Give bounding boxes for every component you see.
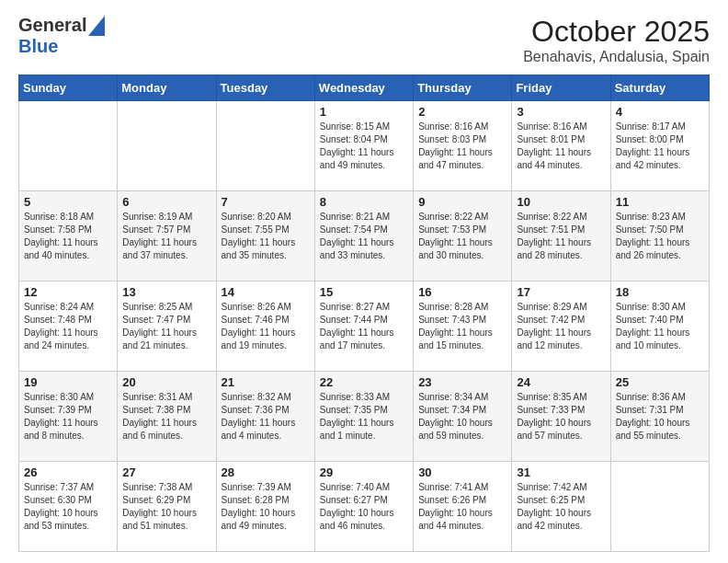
table-row: 24Sunrise: 8:35 AM Sunset: 7:33 PM Dayli… — [512, 372, 610, 462]
day-number: 1 — [320, 105, 408, 119]
day-number: 25 — [616, 375, 704, 389]
day-number: 28 — [222, 465, 310, 479]
day-info: Sunrise: 8:22 AM Sunset: 7:51 PM Dayligh… — [517, 211, 605, 262]
logo: General Blue — [18, 15, 105, 57]
calendar-week-row: 12Sunrise: 8:24 AM Sunset: 7:48 PM Dayli… — [19, 282, 710, 372]
day-info: Sunrise: 8:25 AM Sunset: 7:47 PM Dayligh… — [122, 301, 210, 352]
col-saturday: Saturday — [610, 75, 709, 101]
table-row: 30Sunrise: 7:41 AM Sunset: 6:26 PM Dayli… — [414, 462, 512, 552]
day-info: Sunrise: 8:18 AM Sunset: 7:58 PM Dayligh… — [24, 211, 112, 262]
table-row: 31Sunrise: 7:42 AM Sunset: 6:25 PM Dayli… — [512, 462, 610, 552]
table-row: 2Sunrise: 8:16 AM Sunset: 8:03 PM Daylig… — [414, 101, 512, 191]
day-number: 2 — [418, 105, 506, 119]
title-section: October 2025 Benahavis, Andalusia, Spain — [523, 15, 710, 65]
calendar-title: October 2025 — [523, 15, 710, 49]
day-number: 13 — [122, 285, 210, 299]
table-row: 19Sunrise: 8:30 AM Sunset: 7:39 PM Dayli… — [19, 372, 118, 462]
day-number: 22 — [320, 375, 408, 389]
day-number: 11 — [616, 195, 704, 209]
table-row — [610, 462, 709, 552]
table-row: 23Sunrise: 8:34 AM Sunset: 7:34 PM Dayli… — [414, 372, 512, 462]
day-info: Sunrise: 8:30 AM Sunset: 7:40 PM Dayligh… — [616, 301, 704, 352]
table-row: 6Sunrise: 8:19 AM Sunset: 7:57 PM Daylig… — [118, 191, 216, 282]
col-thursday: Thursday — [414, 75, 512, 101]
col-sunday: Sunday — [19, 75, 118, 101]
table-row: 25Sunrise: 8:36 AM Sunset: 7:31 PM Dayli… — [610, 372, 709, 462]
day-info: Sunrise: 8:16 AM Sunset: 8:03 PM Dayligh… — [418, 121, 506, 172]
day-number: 30 — [418, 465, 506, 479]
table-row: 20Sunrise: 8:31 AM Sunset: 7:38 PM Dayli… — [118, 372, 216, 462]
day-info: Sunrise: 8:15 AM Sunset: 8:04 PM Dayligh… — [320, 121, 408, 172]
day-number: 14 — [222, 285, 310, 299]
table-row: 28Sunrise: 7:39 AM Sunset: 6:28 PM Dayli… — [216, 462, 314, 552]
table-row: 4Sunrise: 8:17 AM Sunset: 8:00 PM Daylig… — [610, 101, 709, 191]
day-info: Sunrise: 7:39 AM Sunset: 6:28 PM Dayligh… — [222, 481, 310, 533]
day-info: Sunrise: 8:19 AM Sunset: 7:57 PM Dayligh… — [122, 211, 210, 262]
calendar-week-row: 26Sunrise: 7:37 AM Sunset: 6:30 PM Dayli… — [19, 462, 710, 552]
day-info: Sunrise: 8:35 AM Sunset: 7:33 PM Dayligh… — [517, 391, 605, 442]
table-row: 16Sunrise: 8:28 AM Sunset: 7:43 PM Dayli… — [414, 282, 512, 372]
day-number: 27 — [122, 465, 210, 479]
day-info: Sunrise: 8:28 AM Sunset: 7:43 PM Dayligh… — [418, 301, 506, 352]
day-info: Sunrise: 8:36 AM Sunset: 7:31 PM Dayligh… — [616, 391, 704, 442]
calendar-week-row: 19Sunrise: 8:30 AM Sunset: 7:39 PM Dayli… — [19, 372, 710, 462]
table-row: 11Sunrise: 8:23 AM Sunset: 7:50 PM Dayli… — [610, 191, 709, 282]
day-info: Sunrise: 7:41 AM Sunset: 6:26 PM Dayligh… — [418, 481, 506, 533]
day-info: Sunrise: 8:26 AM Sunset: 7:46 PM Dayligh… — [222, 301, 310, 352]
day-info: Sunrise: 8:20 AM Sunset: 7:55 PM Dayligh… — [222, 211, 310, 262]
day-info: Sunrise: 8:22 AM Sunset: 7:53 PM Dayligh… — [418, 211, 506, 262]
calendar-week-row: 1Sunrise: 8:15 AM Sunset: 8:04 PM Daylig… — [19, 101, 710, 191]
day-number: 6 — [122, 195, 210, 209]
day-info: Sunrise: 8:27 AM Sunset: 7:44 PM Dayligh… — [320, 301, 408, 352]
day-number: 10 — [517, 195, 605, 209]
table-row: 17Sunrise: 8:29 AM Sunset: 7:42 PM Dayli… — [512, 282, 610, 372]
day-number: 5 — [24, 195, 112, 209]
day-info: Sunrise: 8:34 AM Sunset: 7:34 PM Dayligh… — [418, 391, 506, 442]
table-row: 22Sunrise: 8:33 AM Sunset: 7:35 PM Dayli… — [314, 372, 413, 462]
calendar-table: Sunday Monday Tuesday Wednesday Thursday… — [18, 75, 710, 552]
table-row: 1Sunrise: 8:15 AM Sunset: 8:04 PM Daylig… — [314, 101, 413, 191]
day-number: 8 — [320, 195, 408, 209]
logo-blue-text: Blue — [18, 36, 105, 57]
day-info: Sunrise: 7:38 AM Sunset: 6:29 PM Dayligh… — [122, 481, 210, 533]
table-row: 13Sunrise: 8:25 AM Sunset: 7:47 PM Dayli… — [118, 282, 216, 372]
table-row: 5Sunrise: 8:18 AM Sunset: 7:58 PM Daylig… — [19, 191, 118, 282]
day-info: Sunrise: 8:30 AM Sunset: 7:39 PM Dayligh… — [24, 391, 112, 442]
day-info: Sunrise: 8:31 AM Sunset: 7:38 PM Dayligh… — [122, 391, 210, 442]
day-info: Sunrise: 8:23 AM Sunset: 7:50 PM Dayligh… — [616, 211, 704, 262]
day-number: 12 — [24, 285, 112, 299]
day-number: 21 — [222, 375, 310, 389]
day-info: Sunrise: 8:16 AM Sunset: 8:01 PM Dayligh… — [517, 121, 605, 172]
table-row: 8Sunrise: 8:21 AM Sunset: 7:54 PM Daylig… — [314, 191, 413, 282]
day-number: 26 — [24, 465, 112, 479]
table-row: 26Sunrise: 7:37 AM Sunset: 6:30 PM Dayli… — [19, 462, 118, 552]
day-info: Sunrise: 8:32 AM Sunset: 7:36 PM Dayligh… — [222, 391, 310, 442]
day-info: Sunrise: 7:37 AM Sunset: 6:30 PM Dayligh… — [24, 481, 112, 533]
day-number: 3 — [517, 105, 605, 119]
day-number: 31 — [517, 465, 605, 479]
table-row — [19, 101, 118, 191]
day-number: 20 — [122, 375, 210, 389]
day-number: 17 — [517, 285, 605, 299]
calendar-subtitle: Benahavis, Andalusia, Spain — [523, 49, 710, 65]
day-number: 15 — [320, 285, 408, 299]
logo-arrow-icon — [88, 16, 105, 36]
calendar-week-row: 5Sunrise: 8:18 AM Sunset: 7:58 PM Daylig… — [19, 191, 710, 282]
header: General Blue October 2025 Benahavis, And… — [18, 15, 710, 65]
day-info: Sunrise: 7:42 AM Sunset: 6:25 PM Dayligh… — [517, 481, 605, 533]
table-row: 21Sunrise: 8:32 AM Sunset: 7:36 PM Dayli… — [216, 372, 314, 462]
svg-marker-0 — [88, 16, 105, 36]
day-info: Sunrise: 7:40 AM Sunset: 6:27 PM Dayligh… — [320, 481, 408, 533]
calendar-header-row: Sunday Monday Tuesday Wednesday Thursday… — [19, 75, 710, 101]
table-row: 15Sunrise: 8:27 AM Sunset: 7:44 PM Dayli… — [314, 282, 413, 372]
day-number: 24 — [517, 375, 605, 389]
day-number: 7 — [222, 195, 310, 209]
table-row: 12Sunrise: 8:24 AM Sunset: 7:48 PM Dayli… — [19, 282, 118, 372]
logo-general-text: General — [18, 15, 86, 36]
day-info: Sunrise: 8:21 AM Sunset: 7:54 PM Dayligh… — [320, 211, 408, 262]
col-wednesday: Wednesday — [314, 75, 413, 101]
col-friday: Friday — [512, 75, 610, 101]
day-number: 18 — [616, 285, 704, 299]
day-info: Sunrise: 8:17 AM Sunset: 8:00 PM Dayligh… — [616, 121, 704, 172]
day-info: Sunrise: 8:24 AM Sunset: 7:48 PM Dayligh… — [24, 301, 112, 352]
